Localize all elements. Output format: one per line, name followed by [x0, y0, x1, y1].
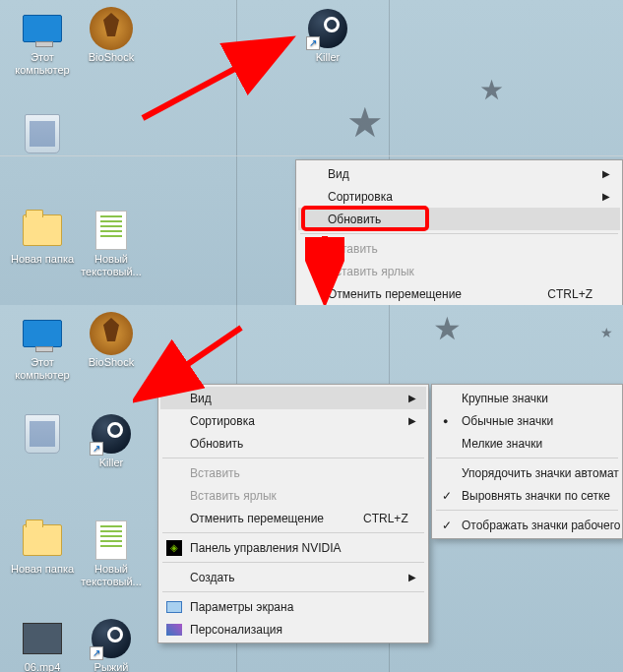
recycle-bin[interactable]: [8, 113, 77, 156]
menu-separator: [162, 591, 424, 592]
menu-separator: [162, 458, 424, 458]
killer-shortcut[interactable]: ↗ Killer: [77, 413, 146, 469]
recycle-bin-icon: [25, 414, 60, 454]
folder-icon: [23, 214, 62, 246]
icon-label: Новая папка: [8, 253, 77, 266]
check-icon: ✓: [442, 519, 452, 532]
video-file-icon[interactable]: 06.mp4: [8, 618, 77, 672]
this-pc-icon[interactable]: Этот компьютер: [8, 8, 77, 77]
shortcut-arrow-icon: ↗: [306, 36, 320, 50]
steam-icon: ↗: [308, 9, 347, 48]
display-icon: [166, 601, 182, 613]
new-text-icon[interactable]: Новый текстовый...: [77, 210, 146, 278]
icon-label: Killer: [293, 51, 362, 64]
shortcut-arrow-icon: ↗: [90, 442, 103, 456]
red-highlight-box: [301, 206, 429, 231]
text-file-icon: [95, 211, 127, 250]
new-folder-icon[interactable]: Новая папка: [8, 210, 77, 266]
chevron-right-icon: ▶: [408, 572, 416, 582]
desktop-context-menu-bottom: Вид ▶ Сортировка ▶ Обновить Вставить Вст…: [157, 384, 429, 643]
icon-label: Новый текстовый...: [77, 563, 146, 588]
folder-icon: [23, 524, 62, 556]
shortcut-arrow-icon: ↗: [90, 646, 103, 660]
bioshock-glyph: [90, 312, 133, 355]
svg-line-0: [143, 44, 280, 118]
bioshock-glyph: [90, 7, 133, 50]
icon-label: Новый текстовый...: [77, 253, 146, 278]
menu-paste-shortcut: Вставить ярлык: [298, 260, 620, 282]
killer-shortcut[interactable]: ↗ Killer: [293, 8, 362, 64]
menu-sort[interactable]: Сортировка ▶: [160, 409, 426, 432]
icon-label: Killer: [77, 457, 146, 469]
menu-shortcut: CTRL+Z: [547, 287, 592, 301]
menu-separator: [162, 562, 424, 563]
steam-icon: ↗: [92, 619, 131, 658]
menu-separator: [162, 532, 424, 533]
chevron-right-icon: ▶: [408, 415, 416, 426]
menu-undo-move[interactable]: Отменить перемещение CTRL+Z: [298, 282, 620, 305]
red-arrow: [138, 30, 305, 128]
menu-view[interactable]: Вид ▶: [160, 387, 426, 409]
chevron-right-icon: ▶: [408, 393, 416, 403]
chevron-right-icon: ▶: [602, 191, 610, 202]
icon-label: 06.mp4: [8, 661, 77, 672]
submenu-large-icons[interactable]: Крупные значки: [434, 387, 620, 409]
personalize-icon: [166, 624, 182, 636]
bullet-icon: ●: [443, 416, 448, 426]
menu-refresh[interactable]: Обновить: [160, 432, 426, 455]
recycle-bin[interactable]: [8, 413, 77, 457]
submenu-auto-arrange[interactable]: Упорядочить значки автомат: [434, 461, 620, 484]
bioshock-icon[interactable]: BioShock: [77, 313, 146, 369]
menu-shortcut: CTRL+Z: [363, 512, 408, 525]
bioshock-icon[interactable]: BioShock: [77, 8, 146, 64]
menu-create[interactable]: Создать ▶: [160, 566, 426, 588]
text-file-icon: [95, 520, 127, 560]
this-pc-icon[interactable]: Этот компьютер: [8, 313, 77, 382]
new-folder-icon[interactable]: Новая папка: [8, 519, 77, 576]
icon-label: BioShock: [77, 51, 146, 64]
menu-sort[interactable]: Сортировка ▶: [298, 185, 620, 208]
bottom-panel: ★ ★ Этот компьютер BioShock ↗ Killer Нов…: [0, 305, 623, 672]
monitor-icon: [23, 15, 62, 42]
menu-display-settings[interactable]: Параметры экрана: [160, 595, 426, 618]
recycle-bin-icon: [25, 114, 60, 153]
menu-nvidia[interactable]: ◈ Панель управления NVIDIA: [160, 536, 426, 559]
icon-label: Этот компьютер: [8, 51, 77, 77]
video-thumb-icon: [23, 623, 62, 654]
ryzhiy-shortcut[interactable]: ↗ Рыжий: [77, 618, 146, 672]
monitor-icon: [23, 320, 62, 347]
menu-personalization[interactable]: Персонализация: [160, 618, 426, 641]
new-text-icon[interactable]: Новый текстовый...: [77, 519, 146, 588]
submenu-align-grid[interactable]: ✓ Выровнять значки по сетке: [434, 484, 620, 507]
nvidia-icon: ◈: [166, 540, 182, 556]
icon-label: Этот компьютер: [8, 356, 77, 382]
icon-label: Новая папка: [8, 563, 77, 576]
desktop-context-menu-top: Вид ▶ Сортировка ▶ Обновить Вставить Вст…: [295, 159, 623, 305]
menu-paste-shortcut: Вставить ярлык: [160, 484, 426, 507]
menu-paste: Вставить: [298, 237, 620, 260]
icon-label: BioShock: [77, 356, 146, 369]
menu-view[interactable]: Вид ▶: [298, 162, 620, 185]
submenu-show-icons[interactable]: ✓ Отображать значки рабочего: [434, 514, 620, 536]
top-panel: ★ ★ Этот компьютер BioShock ↗ Killer Нов…: [0, 0, 623, 305]
view-submenu: Крупные значки ● Обычные значки Мелкие з…: [431, 384, 623, 539]
check-icon: ✓: [442, 489, 452, 503]
chevron-right-icon: ▶: [602, 168, 610, 179]
steam-icon: ↗: [92, 414, 131, 454]
menu-separator: [300, 233, 618, 234]
icon-label: Рыжий: [77, 661, 146, 672]
menu-paste: Вставить: [160, 461, 426, 484]
menu-separator: [436, 510, 618, 511]
menu-separator: [436, 458, 618, 458]
submenu-medium-icons[interactable]: ● Обычные значки: [434, 409, 620, 432]
menu-undo-move[interactable]: Отменить перемещение CTRL+Z: [160, 507, 426, 529]
submenu-small-icons[interactable]: Мелкие значки: [434, 432, 620, 455]
